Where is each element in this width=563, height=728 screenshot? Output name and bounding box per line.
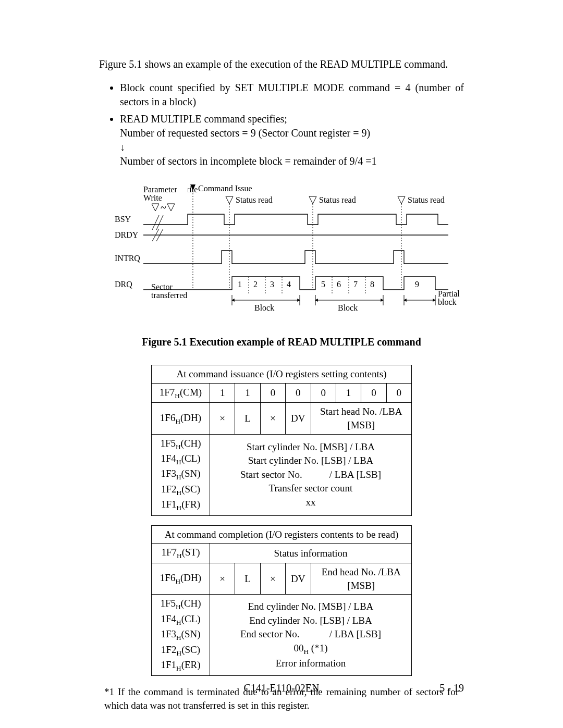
sector-numbers: 1 2 3 4 5 6 7 8 9: [238, 277, 419, 293]
bullet-2-sub1: Number of requested sectors = 9 (Sector …: [120, 126, 464, 140]
bullet-2-line: READ MULTIPLE command specifies;: [120, 113, 287, 125]
svg-text:6: 6: [337, 280, 341, 289]
svg-text:4: 4: [287, 280, 291, 289]
label-partial-block: Partialblock: [438, 289, 460, 306]
table-completion: At command completion (I/O registers con…: [151, 525, 412, 676]
svg-marker-4: [226, 196, 233, 204]
label-block-1: Block: [254, 303, 274, 312]
triangle-open-icon: [152, 204, 159, 211]
svg-text:Status read: Status read: [319, 195, 356, 204]
label-intrq: INTRQ: [115, 254, 140, 263]
svg-text:Write: Write: [143, 193, 162, 202]
reg-1f7-st: 1F7H(ST): [152, 544, 210, 563]
status-read-2: Status read: [309, 195, 356, 204]
triangle-open-icon: [167, 204, 175, 211]
svg-text:8: 8: [370, 280, 374, 289]
table1-title: At command issuance (I/O registers setti…: [152, 365, 412, 384]
label-bsy: BSY: [115, 215, 131, 224]
reg-1f5-1f1: 1F5H(CH) 1F4H(CL) 1F3H(SN) 1F2H(SC) 1F1H…: [152, 434, 210, 515]
svg-text:Status read: Status read: [408, 195, 445, 204]
footer-page-number: 5 - 19: [439, 681, 464, 695]
label-command-issue: Command Issue: [198, 184, 252, 193]
figure-caption: Figure 5.1 Execution example of READ MUL…: [99, 335, 464, 349]
label-drq: DRQ: [115, 280, 132, 289]
svg-line-11: [152, 215, 159, 230]
label-sector-transferred: Sectortransferred: [151, 282, 187, 300]
status-read-1: Status read: [226, 195, 273, 204]
reg-1f5-1f1-2: 1F5H(CH) 1F4H(CL) 1F3H(SN) 1F2H(SC) 1F1H…: [152, 595, 210, 676]
down-arrow-icon: ↓: [120, 140, 464, 154]
svg-marker-8: [398, 196, 405, 204]
bullet-list: Block count specified by SET MULTIPLE MO…: [99, 81, 464, 168]
footer-doc-id: C141-E110-02EN: [0, 681, 563, 695]
table2-title: At command completion (I/O registers con…: [152, 525, 412, 544]
bullet-2: READ MULTIPLE command specifies; Number …: [120, 112, 464, 168]
reg-1f7-cm: 1F7H(CM): [152, 383, 210, 403]
timing-diagram: text{font-family:"Times New Roman",serif…: [99, 183, 464, 324]
status-read-3: Status read: [398, 195, 445, 204]
svg-text:~: ~: [161, 202, 166, 213]
reg-1f6-dh: 1F6H(DH): [152, 403, 210, 434]
page: Figure 5.1 shows an example of the execu…: [0, 0, 563, 728]
svg-text:2: 2: [253, 280, 258, 289]
label-block-2: Block: [338, 303, 358, 312]
svg-text:1: 1: [238, 280, 242, 289]
svg-text:9: 9: [415, 280, 419, 289]
svg-text:5: 5: [321, 280, 325, 289]
label-drdy: DRDY: [115, 230, 139, 239]
svg-text:7: 7: [353, 280, 358, 289]
table-issuance: At command issuance (I/O registers setti…: [151, 365, 412, 516]
bullet-2-sub2: Number of sectors in incomplete block = …: [120, 154, 464, 168]
reg-1f6-dh-2: 1F6H(DH): [152, 563, 210, 595]
svg-marker-6: [309, 196, 316, 204]
intro-text: Figure 5.1 shows an example of the execu…: [99, 57, 464, 71]
svg-text:3: 3: [270, 280, 274, 289]
bullet-1: Block count specified by SET MULTIPLE MO…: [120, 81, 464, 109]
svg-text:Status read: Status read: [236, 195, 273, 204]
svg-text:Parameter: Parameter: [143, 185, 178, 194]
svg-line-12: [156, 215, 163, 230]
